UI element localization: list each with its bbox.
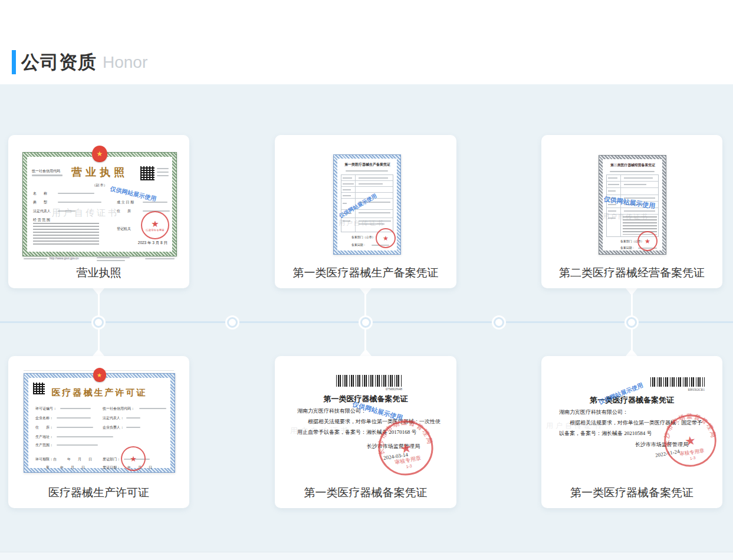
prod-scope-label: 生产范围：: [35, 443, 53, 448]
section-title-cn: 公司资质: [21, 50, 97, 75]
footnote-text: [97, 257, 130, 258]
record-title: 第一类医疗器械备案凭证: [541, 395, 722, 406]
card-caption: 第二类医疗器械经营备案凭证: [541, 265, 722, 281]
qr-side-text: [157, 175, 169, 176]
credit-code-value: [32, 174, 63, 176]
field-type-value: [58, 202, 101, 203]
connector-arrow-up: [626, 349, 637, 356]
section-title: 公司资质 Honor: [21, 50, 147, 75]
watermark-user-cert: 用户自传证书: [52, 207, 119, 219]
trade-record-title: 第二类医疗器械经营备案凭证: [610, 163, 655, 167]
certificate-card-record-2022[interactable]: RBSXOCR1 第一类医疗器械备案凭证 湖南力宾医疗科技有限公司： 根据相关法…: [541, 356, 722, 508]
prod-license-image: ★ 医疗器械生产许可证 许可证编号： 统一社会信用代码： 企业名称： 法定代表人…: [24, 373, 175, 473]
field-legal-label: 法定代表人: [33, 209, 51, 214]
prod-record-image: 第一类医疗器械生产备案凭证 仅供网站展示使用 用户自传证书 备案部门（公章）：: [333, 154, 401, 255]
prod-license-title: 医疗器械生产许可证: [52, 387, 147, 398]
timeline-node: [93, 317, 104, 328]
business-license-image: ★ 统一社会信用代码 营业执照 （副 本） 名 称 类 型 法定代表人: [22, 152, 177, 256]
red-seal: ★: [121, 446, 146, 471]
manager-value: [126, 427, 140, 428]
timeline-node: [494, 317, 504, 328]
timeline-node: [227, 317, 238, 328]
record-dept-line: 备案部门（公章）：: [351, 235, 378, 239]
qr-side-text: [157, 168, 169, 169]
company-value: [57, 417, 91, 419]
field-scope-value: [33, 223, 99, 246]
barcode: [650, 377, 705, 387]
watermark-user-cert: 用户自传证书: [546, 421, 603, 431]
license-date: 2023 年 3 月 8 日: [138, 241, 167, 246]
red-seal: 长沙市市场监督管理局 ★ 审核专用章 1-3: [659, 409, 722, 472]
legal-rep-value: [126, 417, 140, 419]
field-name-value: [58, 193, 94, 194]
barcode: [336, 375, 402, 387]
card-caption: 营业执照: [8, 265, 189, 281]
timeline-node: [360, 317, 371, 328]
card-caption: 医疗器械生产许可证: [8, 485, 189, 500]
credit-code-label: 统一社会信用代码: [32, 169, 60, 174]
credit-code-value: [139, 408, 166, 409]
national-emblem-icon: ★: [92, 146, 107, 162]
business-license-title: 营业执照: [71, 165, 128, 179]
connector-arrow-down: [93, 288, 104, 295]
prod-address-value: [57, 436, 113, 437]
record-addressee: 湖南力宾医疗科技有限公司：: [559, 409, 628, 416]
barcode-text: RBSXOCR1: [650, 388, 705, 391]
footnote-text: [145, 258, 175, 259]
license-no-label: 许可证编号：: [35, 406, 57, 411]
field-type-label: 类 型: [33, 200, 47, 205]
seal-number-text: 1-3: [406, 464, 412, 469]
honor-section: ★ 统一社会信用代码 营业执照 （副 本） 名 称 类 型 法定代表人: [0, 84, 733, 560]
registrar-label: 登记机关: [117, 226, 131, 232]
national-emblem-icon: ★: [93, 368, 106, 382]
footnote-text: [97, 260, 125, 261]
record-date-line: 备案日期：: [620, 246, 635, 249]
certificate-card-business-license[interactable]: ★ 统一社会信用代码 营业执照 （副 本） 名 称 类 型 法定代表人: [8, 135, 189, 288]
svg-text:★: ★: [399, 440, 413, 456]
field-name-label: 名 称: [33, 191, 47, 196]
certificate-card-prod-record[interactable]: 第一类医疗器械生产备案凭证 仅供网站展示使用 用户自传证书 备案部门（公章）：: [275, 135, 456, 288]
seal-text: 行政审批专用章: [146, 228, 165, 231]
prod-record-title: 第一类医疗器械生产备案凭证: [344, 162, 390, 167]
watermark-user-cert: 用户自传证书: [603, 212, 649, 221]
legal-rep-label: 法定代表人：: [103, 416, 124, 421]
timeline-node: [626, 317, 637, 328]
connector-arrow-down: [626, 288, 637, 295]
record-date-line: 备案日期：: [351, 243, 366, 246]
valid-from-label: 许可期限：自 年 月 日: [35, 457, 92, 462]
certificate-card-record-2024[interactable]: 07MION48 第一类医疗器械备案凭证 湖南力宾医疗科技有限公司： 根据相关法…: [275, 356, 456, 508]
connector-arrow-down: [360, 288, 372, 295]
qr-side-text: [157, 172, 169, 173]
svg-text:★: ★: [684, 433, 697, 448]
issue-dept-label: 发证部门：: [103, 457, 120, 462]
credit-code-label: 统一社会信用代码：: [103, 406, 134, 411]
watermark-user-cert: 用户自传证书: [290, 426, 350, 436]
record-no-line: [346, 170, 388, 172]
page: 公司资质 Honor ★ 统一社会信用代码 营业执照: [0, 0, 733, 560]
red-seal: ★: [376, 228, 396, 248]
seal-number-text: 1-3: [689, 456, 696, 460]
certificate-card-trade-record[interactable]: 第二类医疗器械经营备案凭证 仅供网站展示使用 用户自传证书 备案部门（公章）: [541, 135, 722, 288]
accent-bar: [12, 50, 16, 74]
address-label: 住 所：: [35, 425, 53, 430]
card-caption: 第一类医疗器械生产备案凭证: [275, 265, 456, 281]
watermark-user-cert: 用户自传证书: [338, 219, 384, 228]
red-seal: 长沙市市场监督管理局 ★ 审核专用章 1-3: [372, 414, 440, 482]
field-scope-label: 经 营 范 围: [33, 218, 50, 223]
address-value: [57, 427, 93, 428]
footnote-text: [24, 258, 47, 259]
trade-record-image: 第二类医疗器械经营备案凭证 仅供网站展示使用 用户自传证书 备案部门（公章）: [599, 155, 666, 255]
card-caption: 第一类医疗器械备案凭证: [541, 485, 722, 500]
company-label: 企业名称：: [35, 416, 53, 421]
license-no-value: [60, 408, 91, 409]
qr-code: [33, 383, 45, 394]
certificate-card-prod-license[interactable]: ★ 医疗器械生产许可证 许可证编号： 统一社会信用代码： 企业名称： 法定代表人…: [8, 356, 189, 508]
connector-arrow-up: [93, 349, 104, 356]
red-seal: ★: [637, 231, 658, 251]
qr-code: [140, 166, 155, 180]
manager-label: 企业负责人：: [103, 425, 124, 430]
seal-label-text: 审核专用章: [679, 447, 705, 457]
card-caption: 第一类医疗器械备案凭证: [275, 485, 456, 500]
valid-to-label: 至 年 月 日: [46, 465, 85, 470]
connector-arrow-up: [360, 349, 372, 356]
